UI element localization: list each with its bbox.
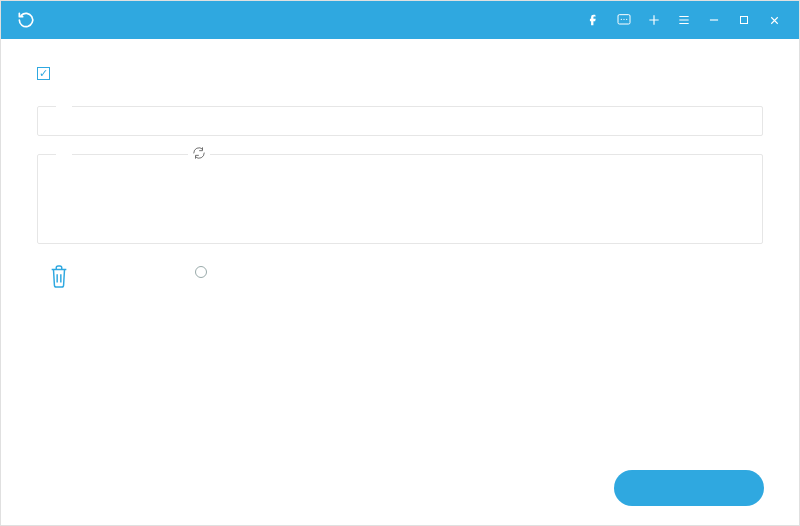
minimize-button[interactable] (699, 1, 729, 39)
feedback-icon[interactable] (609, 1, 639, 39)
trash-icon (47, 262, 71, 290)
svg-point-2 (623, 19, 624, 20)
menu-icon[interactable] (669, 1, 699, 39)
add-icon[interactable] (639, 1, 669, 39)
close-button[interactable] (759, 1, 789, 39)
titlebar (1, 1, 799, 39)
removable-section (37, 154, 763, 244)
check-all-checkbox[interactable] (37, 67, 50, 80)
hard-disk-section (37, 106, 763, 136)
refresh-icon[interactable] (188, 146, 210, 163)
removable-empty (52, 169, 748, 229)
svg-rect-4 (741, 17, 748, 24)
recycle-bin-radio[interactable] (195, 266, 207, 278)
check-all-file-types[interactable] (37, 67, 763, 80)
svg-point-3 (626, 19, 627, 20)
facebook-icon[interactable] (579, 1, 609, 39)
svg-point-1 (621, 19, 622, 20)
maximize-button[interactable] (729, 1, 759, 39)
scan-button[interactable] (614, 470, 764, 506)
recycle-bin-option[interactable] (37, 262, 207, 290)
main-content (1, 39, 799, 290)
app-logo-icon (15, 9, 37, 31)
